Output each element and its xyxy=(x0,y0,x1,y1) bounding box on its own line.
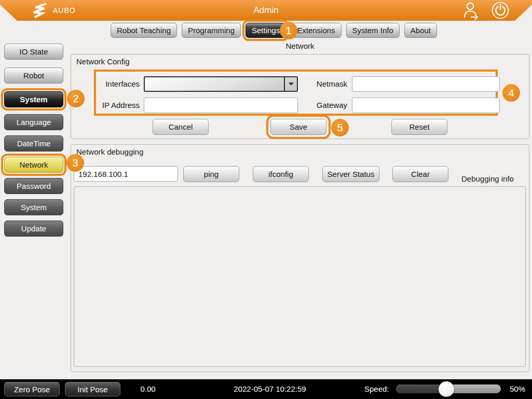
main-tab-bar: Robot Teaching Programming Settings Exte… xyxy=(111,23,437,38)
app-root: AUBO Admin Robot Teaching Programming Se… xyxy=(0,0,532,399)
debug-ip-input[interactable] xyxy=(74,166,178,182)
init-pose-button[interactable]: Init Pose xyxy=(65,382,120,396)
interfaces-dropdown[interactable] xyxy=(144,76,298,92)
tab-robot-teaching[interactable]: Robot Teaching xyxy=(111,23,177,38)
sidebar-item-language[interactable]: Language xyxy=(4,114,63,130)
sidebar-item-system-2[interactable]: System xyxy=(4,199,63,215)
gateway-label: Gateway xyxy=(299,98,347,113)
sidebar-item-io-state[interactable]: IO State xyxy=(4,44,63,60)
tab-about[interactable]: About xyxy=(404,23,437,38)
tab-system-info[interactable]: System Info xyxy=(346,23,400,38)
cancel-button[interactable]: Cancel xyxy=(153,119,209,135)
annotation-badge-3: 3 xyxy=(66,154,84,172)
ip-address-input[interactable] xyxy=(144,98,298,113)
speed-slider-handle[interactable] xyxy=(439,381,454,397)
gateway-input[interactable] xyxy=(352,98,500,113)
title-bar: AUBO Admin xyxy=(0,0,532,21)
clear-button[interactable]: Clear xyxy=(392,166,448,182)
power-icon[interactable] xyxy=(491,1,510,20)
annotation-badge-1: 1 xyxy=(280,22,297,39)
speed-label: Speed: xyxy=(364,379,389,399)
netmask-input[interactable] xyxy=(352,76,500,92)
sidebar-item-update[interactable]: Update xyxy=(4,221,63,237)
zero-pose-button[interactable]: Zero Pose xyxy=(4,382,60,396)
sidebar-item-password[interactable]: Password xyxy=(4,178,63,194)
annotation-badge-4: 4 xyxy=(502,84,520,102)
netmask-label: Netmask xyxy=(299,76,347,92)
annotation-badge-5: 5 xyxy=(331,119,349,136)
speed-value: 50% xyxy=(510,379,531,399)
window-title: Admin xyxy=(0,0,532,21)
page-title: Network xyxy=(71,42,529,50)
sidebar-item-robot[interactable]: Robot xyxy=(4,67,63,84)
interfaces-label: Interfaces xyxy=(92,76,140,92)
status-bar: Zero Pose Init Pose 0.00 2022-05-07 10:2… xyxy=(0,379,532,399)
dropdown-arrow-button[interactable] xyxy=(284,77,297,91)
chevron-down-icon xyxy=(289,82,294,86)
tab-programming[interactable]: Programming xyxy=(182,23,241,38)
reset-button[interactable]: Reset xyxy=(391,119,447,135)
annotation-badge-2: 2 xyxy=(67,90,85,107)
network-config-group-title: Network Config xyxy=(76,57,130,66)
network-debugging-group: Network debugging ping ifconfig Server S… xyxy=(71,144,529,372)
debugging-info-label: Debugging info xyxy=(461,171,528,187)
server-status-button[interactable]: Server Status xyxy=(322,166,379,182)
ip-address-label: IP Address xyxy=(92,98,140,113)
sidebar-item-datetime[interactable]: DateTime xyxy=(4,135,63,152)
sidebar-item-system[interactable]: System xyxy=(4,91,63,107)
ifconfig-button[interactable]: ifconfig xyxy=(253,166,309,182)
user-logout-icon[interactable] xyxy=(462,1,481,20)
tab-extensions[interactable]: Extensions xyxy=(291,23,341,38)
network-config-group: Network Config Interfaces Netmask IP Add… xyxy=(71,54,529,139)
network-debugging-group-title: Network debugging xyxy=(76,147,143,156)
debug-output[interactable] xyxy=(74,186,526,367)
save-button[interactable]: Save xyxy=(270,119,326,135)
ping-button[interactable]: ping xyxy=(183,166,239,182)
status-datetime: 2022-05-07 10:22:59 xyxy=(213,379,327,399)
sidebar-item-network[interactable]: Network xyxy=(4,157,63,173)
status-value: 0.00 xyxy=(130,379,166,399)
